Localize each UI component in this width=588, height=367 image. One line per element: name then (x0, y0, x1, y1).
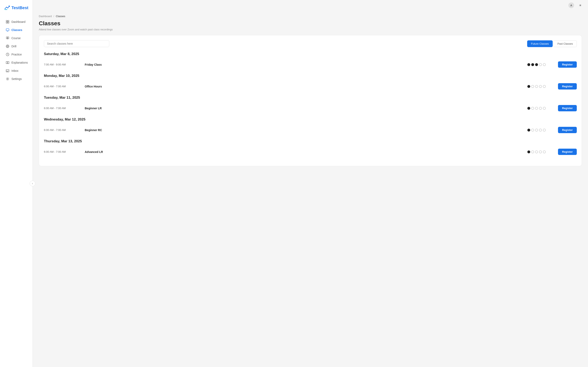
target-icon (6, 44, 9, 48)
svg-rect-3 (8, 22, 9, 23)
register-button[interactable]: Register (558, 149, 577, 155)
class-dots (527, 129, 546, 132)
classes-card: Future Classes Past Classes Saturday, Ma… (39, 35, 582, 166)
dot-empty (531, 85, 534, 88)
dot-empty (535, 129, 538, 132)
card-header: Future Classes Past Classes (44, 40, 577, 47)
class-name: Beginner LR (85, 107, 527, 110)
class-time: 6:00 AM - 7:00 AM (44, 85, 85, 88)
class-time: 6:00 AM - 7:00 AM (44, 150, 85, 153)
class-row: 6:00 AM - 7:00 AMBeginner RCRegister (44, 125, 577, 135)
sidebar-collapse-button[interactable]: ‹ (30, 181, 35, 186)
sidebar-item-label-classes: Classes (11, 28, 22, 32)
register-button[interactable]: Register (558, 61, 577, 68)
date-group: Tuesday, Mar 11, 20256:00 AM - 7:00 AMBe… (44, 96, 577, 113)
svg-rect-1 (8, 20, 9, 22)
svg-rect-0 (6, 20, 7, 22)
logo-icon (4, 4, 11, 11)
class-row: 6:00 AM - 7:00 AMBeginner LRRegister (44, 103, 577, 113)
class-row: 7:00 AM - 9:00 AMFriday ClassRegister (44, 59, 577, 70)
dot-filled (531, 63, 534, 66)
class-groups-container: Saturday, Mar 8, 20257:00 AM - 9:00 AMFr… (44, 52, 577, 157)
dot-empty (539, 150, 542, 153)
dot-empty (535, 107, 538, 110)
dot-empty (539, 107, 542, 110)
sidebar-item-label-explanations: Explanations (11, 61, 28, 64)
class-time: 7:00 AM - 9:00 AM (44, 63, 85, 66)
sidebar-item-course[interactable]: Course (2, 34, 31, 42)
dot-empty (535, 150, 538, 153)
sidebar-item-label-inbox: Inbox (11, 69, 18, 72)
search-input[interactable] (44, 40, 109, 47)
page-subtitle: Attend live classes over Zoom and watch … (39, 28, 582, 31)
date-label: Saturday, Mar 8, 2025 (44, 52, 577, 57)
sidebar-item-inbox[interactable]: Inbox (2, 67, 31, 75)
date-label: Thursday, Mar 13, 2025 (44, 139, 577, 144)
svg-rect-2 (6, 22, 7, 23)
dot-filled (527, 63, 530, 66)
sidebar-nav: Dashboard Classes Course (0, 17, 33, 83)
sidebar-item-explanations[interactable]: Explanations (2, 59, 31, 67)
sidebar-item-label-course: Course (11, 36, 21, 40)
dot-empty (543, 150, 546, 153)
class-dots (527, 85, 546, 88)
theme-toggle-button[interactable]: ☀ (577, 2, 583, 8)
class-dots (527, 107, 546, 110)
date-group: Monday, Mar 10, 20256:00 AM - 7:00 AMOff… (44, 74, 577, 92)
main-content: A ☀ Dashboard / Classes Classes Attend l… (33, 0, 588, 367)
class-dots (527, 150, 546, 153)
sidebar-item-label-drill: Drill (11, 45, 16, 48)
dot-filled (527, 129, 530, 132)
date-group: Saturday, Mar 8, 20257:00 AM - 9:00 AMFr… (44, 52, 577, 70)
sidebar-item-label-dashboard: Dashboard (11, 20, 26, 24)
class-name: Advanced LR (85, 150, 527, 154)
register-button[interactable]: Register (558, 127, 577, 133)
sidebar-item-settings[interactable]: Settings (2, 75, 31, 83)
dot-empty (543, 63, 546, 66)
chevron-left-icon: ‹ (32, 182, 33, 185)
class-name: Office Hours (85, 85, 527, 88)
date-group: Thursday, Mar 13, 20256:00 AM - 7:00 AMA… (44, 139, 577, 157)
sidebar-item-classes[interactable]: Classes (2, 26, 31, 34)
class-row: 6:00 AM - 7:00 AMAdvanced LRRegister (44, 147, 577, 157)
avatar[interactable]: A (568, 2, 574, 8)
class-time: 6:00 AM - 7:00 AM (44, 128, 85, 132)
open-book-icon (6, 61, 9, 64)
sidebar: TestBest Dashboard (0, 0, 33, 367)
sidebar-item-label-settings: Settings (11, 77, 22, 81)
sun-icon: ☀ (579, 3, 582, 7)
dot-empty (539, 85, 542, 88)
book-icon (6, 36, 9, 40)
future-classes-tab[interactable]: Future Classes (527, 40, 553, 47)
svg-point-14 (7, 78, 8, 80)
sidebar-item-dashboard[interactable]: Dashboard (2, 18, 31, 26)
breadcrumb-current: Classes (56, 15, 65, 18)
register-button[interactable]: Register (558, 83, 577, 90)
class-time: 6:00 AM - 7:00 AM (44, 107, 85, 110)
sidebar-item-practice[interactable]: Practice (2, 50, 31, 58)
date-label: Monday, Mar 10, 2025 (44, 74, 577, 79)
dot-empty (543, 129, 546, 132)
class-dots (527, 63, 546, 66)
dot-empty (535, 85, 538, 88)
tab-buttons: Future Classes Past Classes (527, 40, 577, 47)
page-title: Classes (39, 20, 582, 27)
dot-empty (539, 63, 542, 66)
breadcrumb-parent[interactable]: Dashboard (39, 15, 52, 18)
grid-icon (6, 20, 9, 24)
breadcrumb: Dashboard / Classes (39, 15, 582, 18)
topbar: A ☀ (33, 0, 588, 11)
sidebar-item-drill[interactable]: Drill (2, 42, 31, 50)
register-button[interactable]: Register (558, 105, 577, 111)
dot-filled (527, 150, 530, 153)
svg-rect-4 (6, 29, 9, 31)
clock-icon (6, 53, 9, 56)
breadcrumb-separator: / (53, 15, 54, 18)
sidebar-item-label-practice: Practice (11, 53, 22, 56)
past-classes-tab[interactable]: Past Classes (553, 40, 577, 47)
dot-filled (527, 85, 530, 88)
date-group: Wednesday, Mar 12, 20256:00 AM - 7:00 AM… (44, 117, 577, 135)
class-name: Beginner RC (85, 128, 527, 132)
dot-empty (543, 107, 546, 110)
inbox-icon (6, 69, 9, 73)
